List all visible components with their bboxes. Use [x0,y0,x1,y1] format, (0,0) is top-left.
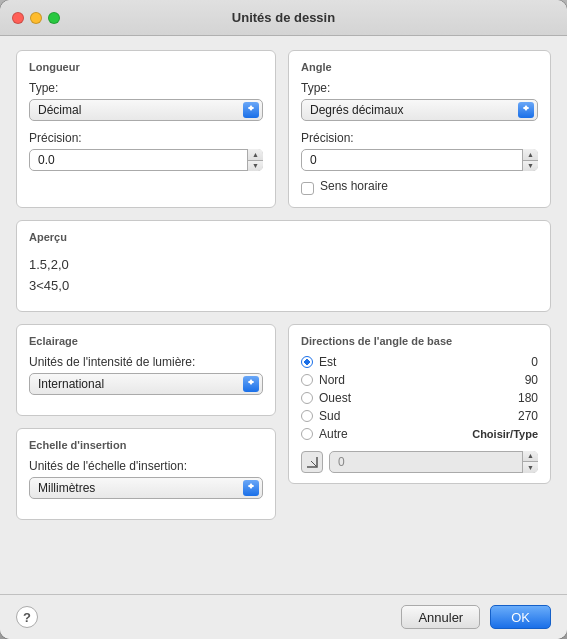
dialog-title: Unités de dessin [232,10,335,25]
dialog-footer: ? Annuler OK [0,594,567,639]
longueur-precision-wrapper: ▲ ▼ [29,149,263,171]
maximize-button[interactable] [48,12,60,24]
angle-input-row: ▲ ▼ [301,451,538,473]
direction-ouest-radio[interactable] [301,392,313,404]
dialog-body: Longueur Type: Décimal Précision: ▲ ▼ [0,36,567,594]
direction-nord-label: Nord [319,373,502,387]
bottom-sections: Eclairage Unités de l'intensité de lumiè… [16,324,551,520]
directions-title: Directions de l'angle de base [301,335,538,347]
longueur-title: Longueur [29,61,263,73]
footer-buttons: Annuler OK [401,605,551,629]
apercu-line1: 1.5,2,0 [29,255,538,276]
close-button[interactable] [12,12,24,24]
longueur-precision-input[interactable] [29,149,263,171]
direction-autre-radio[interactable] [301,428,313,440]
angle-type-select[interactable]: Degrés décimaux [301,99,538,121]
sens-horaire-checkbox[interactable] [301,182,314,195]
angle-value-spinner: ▲ ▼ [522,451,538,473]
eclairage-intensity-wrapper: International [29,373,263,395]
top-row: Longueur Type: Décimal Précision: ▲ ▼ [16,50,551,208]
direction-nord-value: 90 [508,373,538,387]
angle-value-input[interactable] [329,451,538,473]
angle-value-wrapper: ▲ ▼ [329,451,538,473]
eclairage-intensity-label: Unités de l'intensité de lumière: [29,355,263,369]
eclairage-section: Eclairage Unités de l'intensité de lumiè… [16,324,276,416]
dialog: Unités de dessin Longueur Type: Décimal … [0,0,567,639]
eclairage-intensity-select[interactable]: International [29,373,263,395]
longueur-precision-down[interactable]: ▼ [248,161,263,172]
traffic-lights [12,12,60,24]
echelle-units-label: Unités de l'échelle d'insertion: [29,459,263,473]
apercu-section: Aperçu 1.5,2,0 3<45,0 [16,220,551,312]
angle-value-up[interactable]: ▲ [523,451,538,463]
apercu-content: 1.5,2,0 3<45,0 [29,251,538,301]
direction-autre-label: Autre [319,427,462,441]
direction-nord: Nord 90 [301,373,538,387]
angle-precision-wrapper: ▲ ▼ [301,149,538,171]
directions-grid: Est 0 Nord 90 Ouest 180 [301,355,538,473]
apercu-title: Aperçu [29,231,538,243]
longueur-precision-up[interactable]: ▲ [248,149,263,161]
longueur-precision-spinner: ▲ ▼ [247,149,263,171]
directions-section: Directions de l'angle de base Est 0 Nord… [288,324,551,484]
longueur-type-select[interactable]: Décimal [29,99,263,121]
cancel-button[interactable]: Annuler [401,605,480,629]
direction-sud-radio[interactable] [301,410,313,422]
longueur-type-label: Type: [29,81,263,95]
longueur-section: Longueur Type: Décimal Précision: ▲ ▼ [16,50,276,208]
angle-precision-spinner: ▲ ▼ [522,149,538,171]
angle-section: Angle Type: Degrés décimaux Précision: ▲… [288,50,551,208]
sens-horaire-label: Sens horaire [320,179,388,193]
angle-precision-input[interactable] [301,149,538,171]
angle-value-down[interactable]: ▼ [523,462,538,473]
apercu-line2: 3<45,0 [29,276,538,297]
echelle-title: Echelle d'insertion [29,439,263,451]
eclairage-title: Eclairage [29,335,263,347]
direction-est-label: Est [319,355,502,369]
direction-est-value: 0 [508,355,538,369]
help-button[interactable]: ? [16,606,38,628]
angle-type-wrapper: Degrés décimaux [301,99,538,121]
angle-title: Angle [301,61,538,73]
direction-ouest: Ouest 180 [301,391,538,405]
direction-nord-radio[interactable] [301,374,313,386]
direction-autre-value: Choisir/Type [468,428,538,440]
minimize-button[interactable] [30,12,42,24]
echelle-section: Echelle d'insertion Unités de l'échelle … [16,428,276,520]
direction-ouest-value: 180 [508,391,538,405]
direction-sud-value: 270 [508,409,538,423]
title-bar: Unités de dessin [0,0,567,36]
direction-est: Est 0 [301,355,538,369]
longueur-precision-label: Précision: [29,131,263,145]
angle-icon[interactable] [301,451,323,473]
echelle-units-select[interactable]: Millimètres [29,477,263,499]
direction-ouest-label: Ouest [319,391,502,405]
angle-precision-up[interactable]: ▲ [523,149,538,161]
left-bottom: Eclairage Unités de l'intensité de lumiè… [16,324,276,520]
direction-autre: Autre Choisir/Type [301,427,538,441]
echelle-units-wrapper: Millimètres [29,477,263,499]
longueur-type-wrapper: Décimal [29,99,263,121]
angle-precision-down[interactable]: ▼ [523,161,538,172]
direction-est-radio[interactable] [301,356,313,368]
sens-horaire-row: Sens horaire [301,179,538,197]
direction-sud: Sud 270 [301,409,538,423]
ok-button[interactable]: OK [490,605,551,629]
angle-type-label: Type: [301,81,538,95]
direction-sud-label: Sud [319,409,502,423]
angle-precision-label: Précision: [301,131,538,145]
